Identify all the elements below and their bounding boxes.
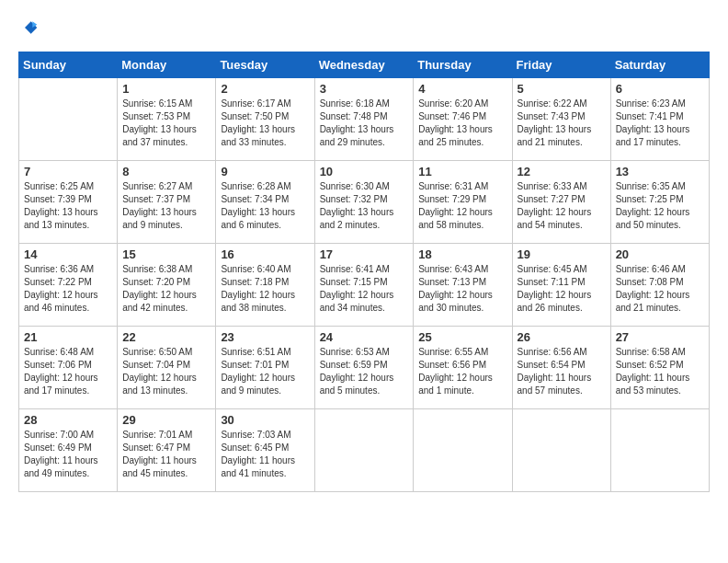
day-info: Sunrise: 6:53 AM Sunset: 6:59 PM Dayligh… (320, 346, 409, 397)
calendar-week-row: 7Sunrise: 6:25 AM Sunset: 7:39 PM Daylig… (19, 161, 710, 244)
day-info: Sunrise: 6:17 AM Sunset: 7:50 PM Dayligh… (221, 98, 309, 149)
day-info: Sunrise: 6:43 AM Sunset: 7:13 PM Dayligh… (418, 263, 506, 315)
calendar-cell (414, 409, 512, 492)
day-number: 25 (418, 330, 506, 344)
day-number: 18 (418, 247, 506, 261)
calendar-cell (19, 78, 118, 161)
day-number: 30 (221, 413, 309, 427)
day-header-saturday: Saturday (610, 52, 709, 78)
calendar-cell: 28Sunrise: 7:00 AM Sunset: 6:49 PM Dayli… (19, 409, 118, 492)
calendar-cell: 9Sunrise: 6:28 AM Sunset: 7:34 PM Daylig… (216, 161, 314, 244)
day-number: 5 (518, 82, 606, 96)
day-number: 4 (418, 82, 506, 96)
calendar-cell: 25Sunrise: 6:55 AM Sunset: 6:56 PM Dayli… (414, 327, 512, 409)
calendar-cell: 14Sunrise: 6:36 AM Sunset: 7:22 PM Dayli… (19, 244, 118, 327)
logo (18, 18, 39, 37)
day-number: 22 (122, 330, 210, 344)
day-number: 26 (518, 330, 606, 344)
day-number: 3 (320, 82, 409, 96)
day-info: Sunrise: 6:30 AM Sunset: 7:32 PM Dayligh… (320, 180, 409, 232)
day-info: Sunrise: 6:48 AM Sunset: 7:06 PM Dayligh… (24, 346, 112, 397)
calendar-cell: 22Sunrise: 6:50 AM Sunset: 7:04 PM Dayli… (118, 327, 216, 409)
day-header-thursday: Thursday (414, 52, 512, 78)
calendar-cell: 15Sunrise: 6:38 AM Sunset: 7:20 PM Dayli… (118, 244, 216, 327)
calendar-cell: 30Sunrise: 7:03 AM Sunset: 6:45 PM Dayli… (216, 409, 314, 492)
day-header-wednesday: Wednesday (314, 52, 414, 78)
calendar-week-row: 1Sunrise: 6:15 AM Sunset: 7:53 PM Daylig… (19, 78, 710, 161)
calendar-cell: 2Sunrise: 6:17 AM Sunset: 7:50 PM Daylig… (216, 78, 314, 161)
day-header-sunday: Sunday (19, 52, 118, 78)
day-info: Sunrise: 6:50 AM Sunset: 7:04 PM Dayligh… (122, 346, 210, 397)
day-header-monday: Monday (118, 52, 216, 78)
day-info: Sunrise: 6:22 AM Sunset: 7:43 PM Dayligh… (518, 98, 606, 149)
day-number: 7 (24, 165, 112, 178)
calendar-cell (314, 409, 414, 492)
day-info: Sunrise: 6:18 AM Sunset: 7:48 PM Dayligh… (320, 98, 409, 149)
day-number: 24 (320, 330, 409, 344)
calendar-cell: 19Sunrise: 6:45 AM Sunset: 7:11 PM Dayli… (512, 244, 610, 327)
day-info: Sunrise: 6:15 AM Sunset: 7:53 PM Dayligh… (122, 98, 210, 149)
calendar-cell: 23Sunrise: 6:51 AM Sunset: 7:01 PM Dayli… (216, 327, 314, 409)
day-info: Sunrise: 6:58 AM Sunset: 6:52 PM Dayligh… (616, 346, 704, 397)
day-number: 1 (122, 82, 210, 96)
day-info: Sunrise: 7:01 AM Sunset: 6:47 PM Dayligh… (122, 429, 210, 480)
day-info: Sunrise: 7:03 AM Sunset: 6:45 PM Dayligh… (221, 429, 309, 480)
day-info: Sunrise: 6:36 AM Sunset: 7:22 PM Dayligh… (24, 263, 112, 315)
calendar-header-row: SundayMondayTuesdayWednesdayThursdayFrid… (19, 52, 710, 78)
day-info: Sunrise: 6:35 AM Sunset: 7:25 PM Dayligh… (616, 180, 704, 232)
day-info: Sunrise: 6:56 AM Sunset: 6:54 PM Dayligh… (518, 346, 606, 397)
day-info: Sunrise: 7:00 AM Sunset: 6:49 PM Dayligh… (24, 429, 112, 480)
calendar-week-row: 14Sunrise: 6:36 AM Sunset: 7:22 PM Dayli… (19, 244, 710, 327)
day-info: Sunrise: 6:45 AM Sunset: 7:11 PM Dayligh… (518, 263, 606, 315)
calendar-cell: 3Sunrise: 6:18 AM Sunset: 7:48 PM Daylig… (314, 78, 414, 161)
calendar-week-row: 21Sunrise: 6:48 AM Sunset: 7:06 PM Dayli… (19, 327, 710, 409)
calendar-cell: 29Sunrise: 7:01 AM Sunset: 6:47 PM Dayli… (118, 409, 216, 492)
calendar-cell: 11Sunrise: 6:31 AM Sunset: 7:29 PM Dayli… (414, 161, 512, 244)
calendar-cell: 8Sunrise: 6:27 AM Sunset: 7:37 PM Daylig… (118, 161, 216, 244)
calendar-table: SundayMondayTuesdayWednesdayThursdayFrid… (18, 52, 710, 492)
day-number: 9 (221, 165, 309, 178)
day-info: Sunrise: 6:51 AM Sunset: 7:01 PM Dayligh… (221, 346, 309, 397)
day-number: 2 (221, 82, 309, 96)
day-number: 8 (122, 165, 210, 178)
day-info: Sunrise: 6:20 AM Sunset: 7:46 PM Dayligh… (418, 98, 506, 149)
logo-icon (20, 18, 39, 37)
day-number: 19 (518, 247, 606, 261)
day-number: 11 (418, 165, 506, 178)
day-number: 20 (616, 247, 704, 261)
svg-marker-0 (25, 21, 37, 33)
day-info: Sunrise: 6:41 AM Sunset: 7:15 PM Dayligh… (320, 263, 409, 315)
day-number: 12 (518, 165, 606, 178)
day-number: 27 (616, 330, 704, 344)
calendar-cell: 5Sunrise: 6:22 AM Sunset: 7:43 PM Daylig… (512, 78, 610, 161)
calendar-cell: 7Sunrise: 6:25 AM Sunset: 7:39 PM Daylig… (19, 161, 118, 244)
day-info: Sunrise: 6:38 AM Sunset: 7:20 PM Dayligh… (122, 263, 210, 315)
calendar-cell: 12Sunrise: 6:33 AM Sunset: 7:27 PM Dayli… (512, 161, 610, 244)
day-number: 28 (24, 413, 112, 427)
calendar-cell: 6Sunrise: 6:23 AM Sunset: 7:41 PM Daylig… (610, 78, 709, 161)
calendar-cell: 17Sunrise: 6:41 AM Sunset: 7:15 PM Dayli… (314, 244, 414, 327)
calendar-cell (512, 409, 610, 492)
day-number: 29 (122, 413, 210, 427)
calendar-cell: 24Sunrise: 6:53 AM Sunset: 6:59 PM Dayli… (314, 327, 414, 409)
day-number: 14 (24, 247, 112, 261)
calendar-cell: 20Sunrise: 6:46 AM Sunset: 7:08 PM Dayli… (610, 244, 709, 327)
day-header-friday: Friday (512, 52, 610, 78)
calendar-cell: 13Sunrise: 6:35 AM Sunset: 7:25 PM Dayli… (610, 161, 709, 244)
day-info: Sunrise: 6:55 AM Sunset: 6:56 PM Dayligh… (418, 346, 506, 397)
day-info: Sunrise: 6:27 AM Sunset: 7:37 PM Dayligh… (122, 180, 210, 232)
day-number: 17 (320, 247, 409, 261)
calendar-cell: 16Sunrise: 6:40 AM Sunset: 7:18 PM Dayli… (216, 244, 314, 327)
day-number: 21 (24, 330, 112, 344)
day-info: Sunrise: 6:46 AM Sunset: 7:08 PM Dayligh… (616, 263, 704, 315)
calendar-cell: 4Sunrise: 6:20 AM Sunset: 7:46 PM Daylig… (414, 78, 512, 161)
calendar-cell (610, 409, 709, 492)
day-info: Sunrise: 6:28 AM Sunset: 7:34 PM Dayligh… (221, 180, 309, 232)
day-info: Sunrise: 6:25 AM Sunset: 7:39 PM Dayligh… (24, 180, 112, 232)
day-info: Sunrise: 6:40 AM Sunset: 7:18 PM Dayligh… (221, 263, 309, 315)
calendar-cell: 21Sunrise: 6:48 AM Sunset: 7:06 PM Dayli… (19, 327, 118, 409)
day-info: Sunrise: 6:33 AM Sunset: 7:27 PM Dayligh… (518, 180, 606, 232)
calendar-cell: 27Sunrise: 6:58 AM Sunset: 6:52 PM Dayli… (610, 327, 709, 409)
calendar-cell: 26Sunrise: 6:56 AM Sunset: 6:54 PM Dayli… (512, 327, 610, 409)
calendar-cell: 1Sunrise: 6:15 AM Sunset: 7:53 PM Daylig… (118, 78, 216, 161)
